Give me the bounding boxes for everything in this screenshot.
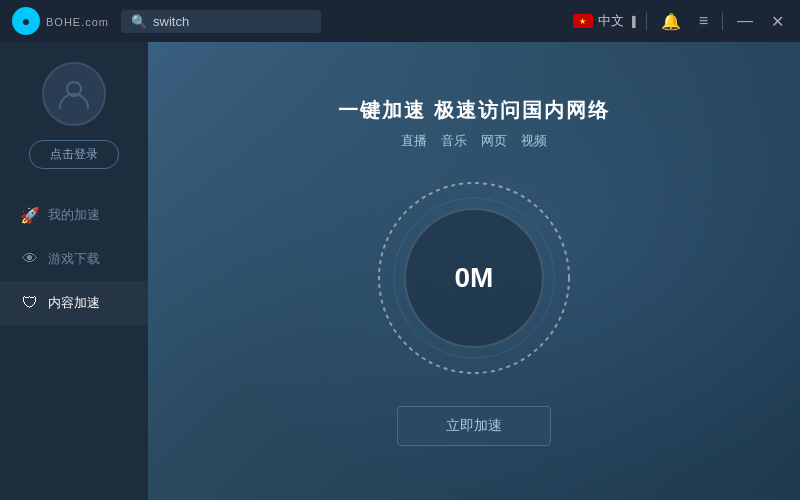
sidebar-item-label-content-acc: 内容加速 — [48, 294, 100, 312]
sub-tags: 直播 音乐 网页 视频 — [401, 132, 547, 150]
main-layout: 点击登录 🚀 我的加速 👁 游戏下载 🛡 内容加速 一键加速 极速访问国内网络 … — [0, 42, 800, 500]
speed-value: 0M — [455, 264, 494, 292]
titlebar: ● BOHE.com 🔍 ★ 中文 ▐ 🔔 ≡ — ✕ — [0, 0, 800, 42]
logo-area: ● BOHE.com — [12, 7, 109, 35]
content-inner: 一键加速 极速访问国内网络 直播 音乐 网页 视频 0M 立即加速 — [338, 97, 610, 446]
search-box[interactable]: 🔍 — [121, 10, 321, 33]
game-dl-icon: 👁 — [20, 249, 40, 269]
logo-text: BOHE.com — [46, 14, 109, 29]
sidebar-item-content-acc[interactable]: 🛡 内容加速 — [0, 281, 148, 325]
dial-center[interactable]: 0M — [404, 208, 544, 348]
sidebar: 点击登录 🚀 我的加速 👁 游戏下载 🛡 内容加速 — [0, 42, 148, 500]
nav-items: 🚀 我的加速 👁 游戏下载 🛡 内容加速 — [0, 193, 148, 325]
tag-web: 网页 — [481, 132, 507, 150]
search-input[interactable] — [153, 14, 313, 29]
minimize-button[interactable]: — — [733, 12, 757, 30]
sidebar-item-my-acc[interactable]: 🚀 我的加速 — [0, 193, 148, 237]
lang-label: 中文 — [598, 12, 624, 30]
titlebar-right: ★ 中文 ▐ 🔔 ≡ — ✕ — [573, 12, 788, 31]
login-button[interactable]: 点击登录 — [29, 140, 119, 169]
bell-icon[interactable]: 🔔 — [657, 12, 685, 31]
content-acc-icon: 🛡 — [20, 293, 40, 313]
tag-music: 音乐 — [441, 132, 467, 150]
divider2 — [722, 12, 723, 30]
menu-icon[interactable]: ≡ — [695, 12, 712, 30]
content-area: 一键加速 极速访问国内网络 直播 音乐 网页 视频 0M 立即加速 — [148, 42, 800, 500]
avatar — [42, 62, 106, 126]
close-button[interactable]: ✕ — [767, 12, 788, 31]
signal-icon: ▐ — [629, 16, 636, 27]
logo-icon: ● — [12, 7, 40, 35]
speed-dial: 0M — [374, 178, 574, 378]
sidebar-item-game-dl[interactable]: 👁 游戏下载 — [0, 237, 148, 281]
search-icon: 🔍 — [131, 14, 147, 29]
headline: 一键加速 极速访问国内网络 — [338, 97, 610, 124]
divider — [646, 12, 647, 30]
accelerate-button[interactable]: 立即加速 — [397, 406, 551, 446]
sidebar-item-label-my-acc: 我的加速 — [48, 206, 100, 224]
tag-video: 视频 — [521, 132, 547, 150]
lang-selector[interactable]: ★ 中文 ▐ — [573, 12, 636, 30]
tag-live: 直播 — [401, 132, 427, 150]
sidebar-item-label-game-dl: 游戏下载 — [48, 250, 100, 268]
my-acc-icon: 🚀 — [20, 205, 40, 225]
avatar-icon — [56, 76, 92, 112]
flag-icon: ★ — [573, 14, 593, 28]
